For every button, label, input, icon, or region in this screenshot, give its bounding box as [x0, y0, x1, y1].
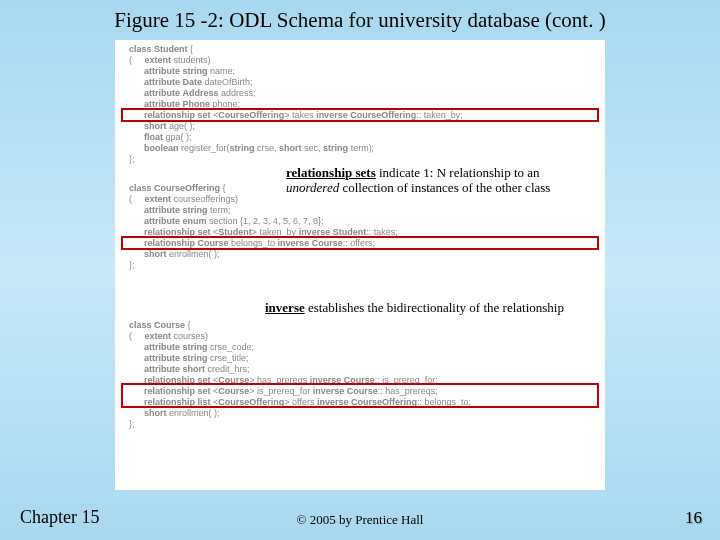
footer-copyright: © 2005 by Prentice Hall — [0, 512, 720, 528]
annotation-inverse: inverse establishes the bidirectionality… — [265, 300, 605, 315]
highlight-box-prereqs — [121, 383, 599, 408]
footer-page-number: 16 — [685, 508, 702, 528]
code-student: class Student { ( extent students) attri… — [129, 44, 463, 165]
annotation-relationship-sets: relationship sets indicate 1: N relation… — [286, 165, 596, 195]
code-course: class Course { ( extent courses) attribu… — [129, 320, 471, 430]
slide-title: Figure 15 -2: ODL Schema for university … — [0, 8, 720, 33]
highlight-box-takes — [121, 108, 599, 122]
highlight-box-taken-by — [121, 236, 599, 250]
code-panel: class Student { ( extent students) attri… — [115, 40, 605, 490]
code-courseoffering: class CourseOffering { ( extent courseof… — [129, 183, 398, 271]
